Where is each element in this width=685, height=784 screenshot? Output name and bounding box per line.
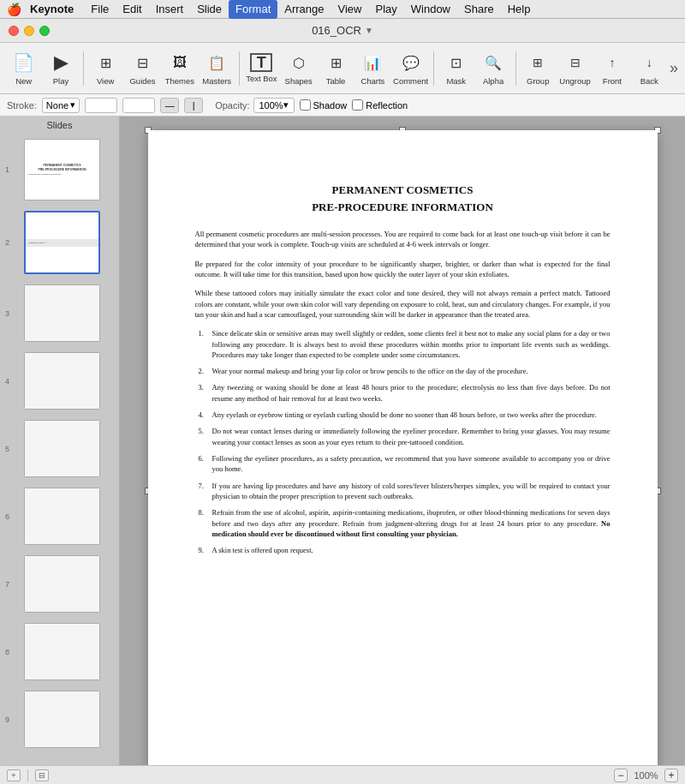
list-text-3: Any tweezing or waxing should be done at… (212, 382, 611, 404)
textbox-button[interactable]: T Text Box (245, 46, 278, 91)
canvas-area[interactable]: PERMANENT COSMETICS PRE-PROCEDURE INFORM… (120, 117, 685, 765)
zoom-out-button[interactable]: − (614, 769, 628, 782)
shadow-checkbox[interactable] (300, 99, 311, 111)
slide-thumb-8[interactable] (24, 623, 100, 680)
masters-button[interactable]: 📋 Masters (200, 46, 234, 91)
slide-thumb-3[interactable] (24, 284, 100, 342)
slide-thumb-5[interactable] (24, 420, 100, 477)
menu-window[interactable]: Window (404, 0, 457, 19)
menu-share[interactable]: Share (457, 0, 501, 19)
menu-format[interactable]: Format (229, 0, 277, 19)
statusbar: + ⊟ − 100% + (0, 765, 685, 784)
slide-thumb-9[interactable] (24, 691, 100, 748)
new-icon: 📄 (12, 51, 36, 75)
opacity-chevron-icon: ▾ (283, 99, 289, 111)
themes-button[interactable]: 🖼 Themes (163, 46, 196, 91)
slide-preview-7 (25, 556, 99, 612)
themes-icon: 🖼 (168, 51, 192, 75)
play-icon: ▶ (49, 51, 73, 75)
play-button[interactable]: ▶ Play (44, 46, 77, 91)
reflection-checkbox-group: Reflection (352, 99, 408, 111)
list-num-1: 1. (199, 328, 204, 338)
slide-thumb-7[interactable] (24, 555, 100, 613)
list-item-6: 6. Following the eyeliner procedures, as… (195, 453, 611, 475)
toolbar-separator-1 (83, 51, 84, 86)
reflection-checkbox[interactable] (352, 99, 363, 111)
menu-edit[interactable]: Edit (116, 0, 148, 19)
opacity-input[interactable]: 100% ▾ (253, 98, 295, 113)
toolbar-overflow[interactable]: » (670, 59, 678, 77)
apple-menu[interactable]: 🍎 (7, 3, 21, 16)
stroke-ends-btn[interactable]: | (184, 98, 203, 113)
slide-thumb-2[interactable]: Content of slide 2... (24, 211, 100, 274)
minimize-button[interactable] (24, 26, 34, 36)
guides-label: Guides (129, 76, 155, 86)
menu-play[interactable]: Play (368, 0, 403, 19)
doc-para-3: While these tattooed colors may initiall… (195, 288, 611, 320)
add-slide-button[interactable]: + (7, 769, 21, 781)
close-button[interactable] (9, 26, 19, 36)
doc-title: PERMANENT COSMETICS PRE-PROCEDURE INFORM… (195, 182, 611, 215)
mask-label: Mask (446, 76, 466, 86)
masters-icon: 📋 (205, 51, 229, 75)
menu-file[interactable]: File (84, 0, 116, 19)
menu-insert[interactable]: Insert (149, 0, 191, 19)
comment-button[interactable]: 💬 Comment (393, 46, 428, 91)
slides-header: Slides (0, 117, 119, 134)
table-button[interactable]: ⊞ Table (319, 46, 352, 91)
list-num-2: 2. (199, 366, 204, 376)
menu-slide[interactable]: Slide (190, 0, 229, 19)
view-label: View (97, 76, 114, 86)
group-label: Group (527, 76, 549, 86)
group-button[interactable]: ⊞ Group (521, 46, 555, 91)
list-text-2: Wear your normal makeup and bring your l… (212, 366, 611, 376)
shapes-button[interactable]: ⬡ Shapes (282, 46, 315, 91)
menu-arrange[interactable]: Arrange (277, 0, 331, 19)
slide-thumb-6[interactable] (24, 488, 100, 545)
ungroup-label: Ungroup (559, 76, 590, 86)
stroke-select[interactable]: None ▾ (42, 98, 80, 113)
slide-num-3: 3 (5, 309, 9, 318)
list-item-4: 4. Any eyelash or eyebrow tinting or eye… (195, 410, 611, 420)
slide-thumb-4[interactable] (24, 352, 100, 410)
shapes-label: Shapes (285, 76, 313, 86)
stroke-style-btn[interactable]: — (160, 98, 179, 113)
guides-button[interactable]: ⊟ Guides (126, 46, 159, 91)
menu-help[interactable]: Help (501, 0, 538, 19)
slide-thumb-1[interactable]: PERMANENT COSMETICSPRE-PROCEDURE INFORMA… (24, 139, 100, 200)
shadow-checkbox-group: Shadow (300, 99, 348, 111)
view-button[interactable]: ⊞ View (89, 46, 122, 91)
table-label: Table (326, 76, 346, 86)
slide-preview-6 (25, 488, 99, 544)
back-button[interactable]: ↓ Back (633, 46, 666, 91)
new-button[interactable]: 📄 New (7, 46, 40, 91)
view-icon: ⊞ (93, 51, 117, 75)
zoom-in-button[interactable]: + (664, 769, 678, 782)
back-label: Back (640, 76, 658, 86)
comment-label: Comment (393, 76, 428, 86)
list-num-6: 6. (199, 453, 204, 464)
slide-canvas[interactable]: PERMANENT COSMETICS PRE-PROCEDURE INFORM… (148, 130, 658, 765)
mask-button[interactable]: ⊡ Mask (439, 46, 473, 91)
fullscreen-button[interactable] (39, 26, 50, 36)
list-num-7: 7. (199, 481, 204, 491)
app-name[interactable]: Keynote (30, 3, 74, 15)
list-item-9: 9. A skin test is offered upon request. (195, 545, 611, 555)
charts-button[interactable]: 📊 Charts (356, 46, 390, 91)
stroke-color-box[interactable] (85, 98, 117, 113)
comment-icon: 💬 (399, 51, 423, 75)
play-label: Play (53, 76, 68, 86)
slide-num-8: 8 (5, 648, 9, 656)
list-item-7: 7. If you are having lip procedures and … (195, 481, 611, 502)
front-button[interactable]: ↑ Front (595, 46, 628, 91)
menu-view[interactable]: View (331, 0, 369, 19)
opacity-label: Opacity: (215, 100, 249, 111)
slide-preview-8 (25, 624, 99, 679)
title-chevron-icon[interactable]: ▼ (365, 26, 373, 35)
stroke-width-box[interactable] (122, 98, 155, 113)
slides-panel: Slides 1 PERMANENT COSMETICSPRE-PROCEDUR… (0, 117, 120, 765)
ungroup-button[interactable]: ⊟ Ungroup (558, 46, 592, 91)
shapes-icon: ⬡ (287, 51, 311, 75)
alpha-button[interactable]: 🔍 Alpha (476, 46, 509, 91)
slide-panel-toggle[interactable]: ⊟ (35, 769, 49, 781)
